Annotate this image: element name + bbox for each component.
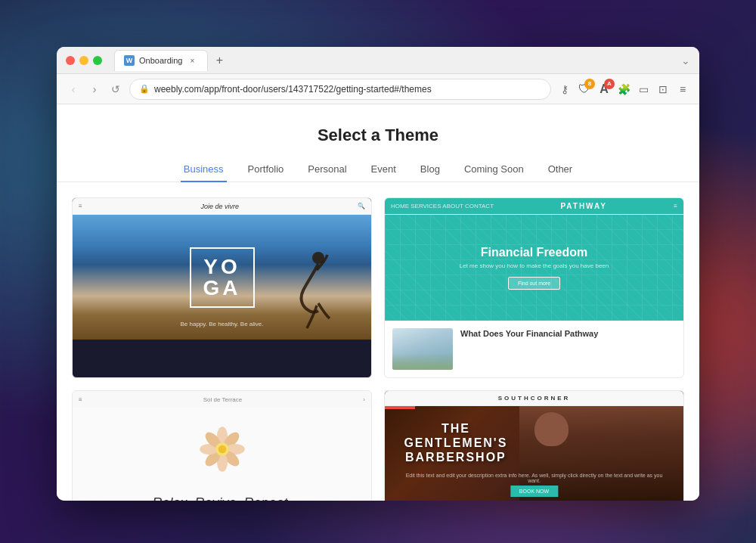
tab-favicon: W — [124, 55, 135, 66]
refresh-icon: ↺ — [111, 83, 120, 95]
theme-card-pathway[interactable]: HOME SERVICES ABOUT CONTACT PATHWAY ≡ Fi… — [384, 197, 684, 378]
tab-controls: ⌄ — [681, 54, 690, 67]
maximize-button[interactable] — [93, 56, 102, 65]
barbershop-text-area: THE GENTLEMEN'S BARBERSHOP — [392, 421, 519, 465]
tab-business[interactable]: Business — [181, 157, 227, 182]
tab-close-button[interactable]: × — [187, 55, 198, 66]
yoga-hero-image: YOGA Be happy. Be healthy. Be alive. — [73, 215, 371, 340]
refresh-button[interactable]: ↺ — [108, 82, 123, 97]
yoga-mini-bar: ≡ Joie de vivre 🔍 — [73, 198, 371, 215]
traffic-lights — [66, 56, 102, 65]
lock-icon: 🔒 — [139, 84, 150, 94]
category-tabs: Business Portfolio Personal Event Blog C… — [57, 157, 699, 182]
tab-other[interactable]: Other — [545, 157, 576, 182]
tab-area: W Onboarding × + — [114, 50, 675, 71]
forward-button[interactable]: › — [87, 82, 102, 97]
solterrace-headline: Relax. Revive. Repeat. — [88, 495, 356, 501]
address-bar: ‹ › ↺ 🔒 weebly.com/app/front-door/users/… — [57, 74, 699, 104]
page-title: Select a Theme — [57, 104, 699, 157]
user-icon[interactable]: A A — [596, 82, 612, 97]
tab-personal[interactable]: Personal — [305, 157, 349, 182]
tab-portfolio[interactable]: Portfolio — [245, 157, 287, 182]
forward-icon: › — [93, 83, 97, 95]
barbershop-cta-btn: BOOK NOW — [510, 486, 558, 497]
solterrace-nav-icon: › — [363, 396, 365, 403]
pathway-article-title: What Does Your Financial Pathway — [460, 328, 676, 339]
svg-point-10 — [218, 445, 226, 454]
yoga-menu-icon: ≡ — [79, 203, 82, 209]
pathway-article: What Does Your Financial Pathway — [385, 321, 683, 377]
barbershop-accent-bar — [385, 406, 415, 409]
window-chevron-icon[interactable]: ⌄ — [681, 54, 690, 67]
menu-icon[interactable]: ≡ — [675, 82, 690, 97]
pathway-img-ground — [392, 353, 453, 370]
profile-icon[interactable]: ⊡ — [655, 82, 671, 97]
tab-title: Onboarding — [139, 56, 183, 65]
url-text: weebly.com/app/front-door/users/14371752… — [154, 84, 541, 95]
pathway-article-text: What Does Your Financial Pathway — [460, 328, 676, 339]
key-icon[interactable]: ⚷ — [557, 82, 572, 97]
solterrace-content: Relax. Revive. Repeat. Vivamus ac nisi n… — [73, 408, 371, 501]
title-bar: W Onboarding × + ⌄ — [57, 47, 699, 74]
browser-window: W Onboarding × + ⌄ ‹ › ↺ 🔒 weebly.com/ap… — [57, 47, 699, 501]
theme-card-barbershop[interactable]: SOUTHCORNER THE GENTL — [384, 390, 684, 501]
pathway-article-image — [392, 328, 453, 370]
solterrace-site-name: Sol de Terrace — [203, 396, 242, 403]
yoga-text: YOGA — [203, 256, 241, 299]
solterrace-mini-bar: ≡ Sol de Terrace › — [73, 391, 371, 408]
barbershop-logo: SOUTHCORNER — [498, 395, 571, 402]
yoga-person-silhouette — [288, 249, 341, 332]
theme-grid: ≡ Joie de vivre 🔍 — [57, 197, 699, 501]
tab-blog[interactable]: Blog — [417, 157, 443, 182]
tab-coming-soon[interactable]: Coming Soon — [461, 157, 527, 182]
barbershop-logo-text: SOUTHCORNER — [498, 395, 571, 402]
barbershop-head — [534, 412, 569, 446]
minimize-button[interactable] — [79, 56, 88, 65]
pathway-nav-brand: PATHWAY — [560, 202, 607, 210]
split-view-icon[interactable]: ▭ — [636, 82, 651, 97]
pathway-hero: Financial Freedom Let me show you how to… — [385, 215, 683, 321]
pathway-hero-subtitle: Let me show you how to make the goals yo… — [460, 262, 609, 269]
url-bar[interactable]: 🔒 weebly.com/app/front-door/users/143717… — [129, 79, 551, 100]
yoga-box: YOGA — [190, 247, 255, 308]
barbershop-hero-title: THE GENTLEMEN'S BARBERSHOP — [392, 421, 519, 465]
barbershop-hero-image: THE GENTLEMEN'S BARBERSHOP Edit this tex… — [385, 406, 683, 501]
tab-event[interactable]: Event — [368, 157, 399, 182]
shield-badge: 8 — [584, 79, 595, 89]
extensions-icon[interactable]: 🧩 — [616, 82, 631, 97]
back-icon: ‹ — [72, 83, 76, 95]
barbershop-topbar: SOUTHCORNER — [385, 391, 683, 406]
pathway-nav-icon: ≡ — [674, 203, 677, 209]
yoga-search-icon: 🔍 — [358, 203, 365, 209]
shield-icon[interactable]: 🛡 8 — [577, 82, 592, 97]
pathway-nav-links: HOME SERVICES ABOUT CONTACT — [391, 203, 494, 209]
close-button[interactable] — [66, 56, 75, 65]
theme-card-solterrace[interactable]: ≡ Sol de Terrace › — [72, 390, 372, 501]
new-tab-button[interactable]: + — [211, 51, 229, 70]
yoga-tagline: Be happy. Be healthy. Be alive. — [73, 321, 371, 327]
solterrace-flower — [192, 423, 253, 483]
barbershop-hero-desc: Edit this text and edit your description… — [385, 473, 683, 483]
theme-card-yoga[interactable]: ≡ Joie de vivre 🔍 — [72, 197, 372, 378]
page-content: Select a Theme Business Portfolio Person… — [57, 104, 699, 501]
pathway-hero-btn: Find out more — [508, 277, 560, 290]
yoga-site-name: Joie de vivre — [201, 203, 240, 210]
pathway-hero-title: Financial Freedom — [481, 246, 587, 259]
browser-tab[interactable]: W Onboarding × — [114, 50, 208, 71]
pathway-mini-bar: HOME SERVICES ABOUT CONTACT PATHWAY ≡ — [385, 198, 683, 215]
toolbar-icons: ⚷ 🛡 8 A A 🧩 ▭ ⊡ ≡ — [557, 82, 690, 97]
solterrace-menu-icon: ≡ — [79, 396, 82, 403]
back-button[interactable]: ‹ — [66, 82, 81, 97]
user-badge: A — [604, 79, 615, 89]
